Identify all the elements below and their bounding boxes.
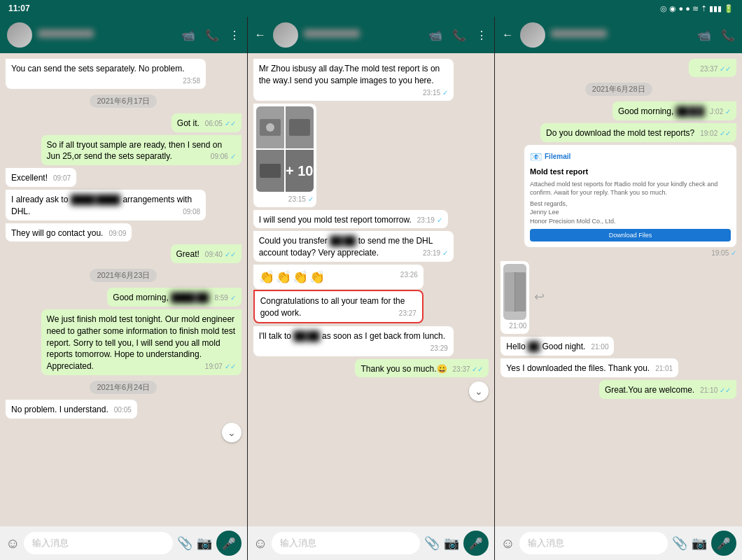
msg-time: 09:40 ✓✓ <box>205 250 236 260</box>
back-arrow-2[interactable]: ← <box>255 29 266 41</box>
attach-btn-1[interactable]: 📎 <box>177 536 192 551</box>
msg-text: Hello ██ Good night. <box>506 342 585 351</box>
msg-out-col3-1: Good morning, ██ █ █ J:02 ✓ <box>612 102 736 120</box>
mic-btn-1[interactable]: 🎤 <box>216 531 241 556</box>
chat-body-1: You can send the sets separately. No pro… <box>0 53 247 526</box>
msg-text: Good morning, ██ █ █ <box>618 106 704 116</box>
msg-time: 21:00 <box>591 342 608 352</box>
date-divider-2: 2021年6月23日 <box>90 269 157 282</box>
msg-out-3: Great! 09:40 ✓✓ <box>171 244 241 263</box>
video-icon-1[interactable]: 📹 <box>181 29 195 42</box>
msg-time: 06:05 ✓✓ <box>205 119 236 129</box>
video-icon-3[interactable]: 📹 <box>697 29 711 42</box>
msg-text: Great! <box>176 249 200 259</box>
camera-btn-2[interactable]: 📷 <box>444 536 459 551</box>
file-msg: 📧 Filemail Mold test report Attached mol… <box>524 145 736 259</box>
msg-text: So if all tryout sample are ready, then … <box>47 140 223 162</box>
chat-header-1: 📹 📞 ⋮ <box>0 17 247 53</box>
file-card-header: 📧 Filemail <box>530 150 731 164</box>
screenshot-msg: ↩ 21:00 <box>500 261 529 334</box>
msg-text: They will go contact you. <box>11 228 103 238</box>
file-card-title: Mold test report <box>530 167 731 177</box>
msg-time: 09:06 ✓ <box>211 152 236 162</box>
mic-btn-2[interactable]: 🎤 <box>463 531 489 556</box>
screenshot-inner <box>505 272 526 312</box>
chat-input-bar-2: ☺ 输入消息 📎 📷 🎤 <box>248 526 495 560</box>
msg-in-col2-3: Could you transfer ██ ██ to send me the … <box>253 231 454 262</box>
file-card[interactable]: 📧 Filemail Mold test report Attached mol… <box>524 145 736 248</box>
status-icons: ◎ ◉ ● ● ≋ ⇡ ▮▮▮ 🔋 <box>660 4 734 13</box>
avatar-2 <box>273 22 298 48</box>
msg-in-col2-2: I will send you mold test report tomorro… <box>253 210 448 229</box>
input-field-1[interactable]: 输入消息 <box>24 532 172 554</box>
msg-time: 09:08 <box>183 207 200 217</box>
input-field-2[interactable]: 输入消息 <box>272 532 420 554</box>
emoji-btn-2[interactable]: ☺ <box>253 536 267 552</box>
msg-time: 09:07 <box>53 174 71 183</box>
file-card-body: Attached mold test reports for Radio mol… <box>530 180 731 197</box>
msg-in-2: Excellent! 09:07 <box>6 168 76 187</box>
msg-text: I already ask to ████ ████ arrangements … <box>11 195 192 216</box>
scroll-down-btn-2[interactable]: ⌄ <box>469 382 489 401</box>
scroll-down-btn-1[interactable]: ⌄ <box>222 423 241 442</box>
attach-btn-2[interactable]: 📎 <box>424 536 440 551</box>
msg-out-2: So if all tryout sample are ready, then … <box>41 135 241 166</box>
forward-icon[interactable]: ↩ <box>534 289 545 307</box>
contact-name-2 <box>304 29 424 41</box>
camera-btn-1[interactable]: 📷 <box>197 536 212 551</box>
msg-out-5: We just finish mold test tonight. Our mo… <box>41 309 241 375</box>
msg-text: Do you download the mold test reports? <box>546 128 694 138</box>
msg-time: 09:09 <box>108 229 126 239</box>
attach-btn-3[interactable]: 📎 <box>672 536 687 551</box>
msg-out-col3-2: Do you download the mold test reports? 1… <box>540 123 736 142</box>
status-time: 11:07 <box>8 4 30 13</box>
avatar-3 <box>520 22 545 48</box>
input-field-3[interactable]: 输入消息 <box>519 532 668 554</box>
contact-name-1 <box>38 29 176 41</box>
contact-name-3 <box>551 29 692 41</box>
msg-time: 23:15 ✓ <box>288 195 314 204</box>
mic-btn-3[interactable]: 🎤 <box>711 531 736 556</box>
svg-rect-6 <box>260 164 281 178</box>
file-card-regards: Best regards,Jenny LeeHonor Precision Mo… <box>530 200 731 226</box>
msg-in-4: They will go contact you. 09:09 <box>6 223 132 242</box>
video-icon-2[interactable]: 📹 <box>428 29 442 42</box>
phone-icon-2[interactable]: 📞 <box>452 29 466 42</box>
msg-time: 21:00 <box>509 321 526 331</box>
emoji-btn-3[interactable]: ☺ <box>500 536 514 552</box>
chat-input-bar-1: ☺ 输入消息 📎 📷 🎤 <box>0 526 247 560</box>
msg-time: 23:58 <box>183 76 200 86</box>
msg-text: I will send you mold test report tomorro… <box>259 215 412 225</box>
screenshot-preview <box>503 264 526 320</box>
phone-icon-1[interactable]: 📞 <box>205 29 219 42</box>
camera-btn-3[interactable]: 📷 <box>692 536 707 551</box>
more-icon-1[interactable]: ⋮ <box>229 29 240 42</box>
msg-in-col3-1: Hello ██ Good night. 21:00 <box>500 337 614 356</box>
phone-icon-3[interactable]: 📞 <box>721 29 735 42</box>
msg-time: 19:05 ✓ <box>711 248 736 258</box>
msg-out-col2-1: Thank you so much.😀 23:37 ✓✓ <box>355 359 489 378</box>
emoji-msg: 👏👏👏👏 23:26 <box>253 265 424 289</box>
msg-text: No problem. I understand. <box>11 405 108 414</box>
more-icon-2[interactable]: ⋮ <box>476 29 487 42</box>
clap-emoji: 👏👏👏👏 <box>259 270 326 284</box>
image-message: + 10 23:15 ✓ <box>253 104 316 207</box>
img-cell-more: + 10 <box>286 150 314 192</box>
msg-time: 23:29 <box>430 344 448 354</box>
msg-time: 23:19 ✓ <box>423 248 448 258</box>
download-btn[interactable]: Download Files <box>530 229 731 242</box>
chat-body-3: 23:37 ✓✓ 2021年6月28日 Good morning, ██ █ █… <box>495 53 742 526</box>
msg-text: Yes I downloaded the files. Thank you. <box>506 363 650 373</box>
back-arrow-3[interactable]: ← <box>502 29 513 41</box>
msg-in-col3-2: Yes I downloaded the files. Thank you. 2… <box>500 358 678 377</box>
emoji-btn-1[interactable]: ☺ <box>6 536 20 552</box>
msg-time: J:02 ✓ <box>710 107 731 117</box>
file-service-name: Filemail <box>545 152 570 162</box>
chat-body-2: Mr Zhou isbusy all day.The mold test rep… <box>248 53 495 526</box>
msg-in-5: No problem. I understand. 00:05 <box>6 400 137 419</box>
msg-in-3: I already ask to ████ ████ arrangements … <box>6 190 206 220</box>
msg-in-1: You can send the sets separately. No pro… <box>6 59 206 89</box>
msg-text: You can send the sets separately. No pro… <box>11 64 184 74</box>
chat-header-2: ← 📹 📞 ⋮ <box>248 17 495 53</box>
chat-input-bar-3: ☺ 输入消息 📎 📷 🎤 <box>495 526 742 560</box>
